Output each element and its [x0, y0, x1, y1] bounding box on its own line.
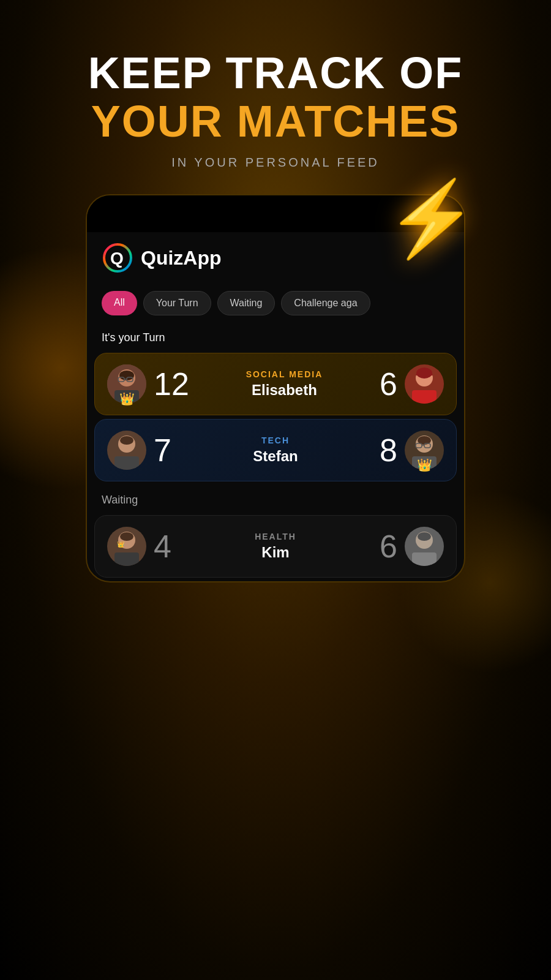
left-player-stefan: 7 — [107, 431, 171, 470]
match-card-elisabeth[interactable]: 👑 12 SOCIAL MEDIA Elisabeth — [94, 353, 457, 415]
app-name-text: QuizApp — [141, 247, 222, 270]
phone-inner: Q QuizApp All Your Turn Waiting — [87, 232, 464, 578]
match-card-kim[interactable]: 👑 4 HEALTH Kim — [94, 515, 457, 578]
tab-challenge-again[interactable]: Challenge aga — [281, 291, 370, 315]
left-player-section: 👑 12 — [107, 364, 189, 404]
match-card-stefan[interactable]: 7 TECH Stefan — [94, 419, 457, 481]
svg-rect-12 — [412, 390, 437, 404]
tab-all[interactable]: All — [102, 291, 137, 315]
my-avatar-wrapper: 👑 — [107, 364, 146, 404]
opponent-avatar-wrapper — [405, 364, 444, 404]
match-category-label: SOCIAL MEDIA — [194, 369, 375, 379]
opponent-score-kim: 6 — [380, 528, 397, 565]
match-center-kim: HEALTH Kim — [171, 532, 380, 561]
tab-waiting[interactable]: Waiting — [217, 291, 276, 315]
svg-point-19 — [120, 436, 133, 445]
opponent-stefan-wrapper: 👑 — [405, 431, 444, 470]
filter-tabs-container: All Your Turn Waiting Challenge aga — [87, 284, 464, 323]
headline-line2: YOUR MATCHES — [88, 97, 463, 146]
my-avatar-kim-wrapper: 👑 — [107, 527, 146, 566]
match-category-stefan: TECH — [176, 435, 375, 445]
match-opponent-stefan: Stefan — [176, 448, 375, 465]
svg-point-38 — [418, 532, 431, 541]
match-category-kim: HEALTH — [176, 532, 375, 541]
svg-rect-36 — [412, 552, 437, 566]
right-player-kim: 6 — [380, 527, 444, 566]
svg-point-32 — [120, 532, 133, 541]
my-avatar-stefan-wrapper — [107, 431, 146, 470]
waiting-section-label: Waiting — [87, 485, 464, 511]
my-score-stefan: 7 — [154, 432, 171, 469]
tab-your-turn[interactable]: Your Turn — [143, 291, 211, 315]
my-score-elisabeth: 12 — [154, 366, 189, 402]
my-avatar-kim: 👑 — [107, 527, 146, 566]
match-center-stefan: TECH Stefan — [171, 435, 380, 465]
header-section: KEEP TRACK OF YOUR MATCHES IN YOUR PERSO… — [88, 0, 463, 182]
match-opponent-name: Elisabeth — [194, 382, 375, 399]
match-opponent-kim: Kim — [176, 544, 375, 561]
lightning-icon: ⚡ — [386, 176, 478, 262]
subtitle: IN YOUR PERSONAL FEED — [88, 156, 463, 170]
opponent-kim-wrapper — [405, 527, 444, 566]
svg-rect-30 — [114, 552, 139, 566]
opponent-score-elisabeth: 6 — [380, 366, 397, 402]
match-center-elisabeth: SOCIAL MEDIA Elisabeth — [189, 369, 380, 399]
svg-text:Q: Q — [110, 249, 124, 268]
right-player-stefan: 👑 8 — [380, 431, 444, 470]
my-score-kim: 4 — [154, 528, 171, 565]
my-crown: 👑 — [119, 391, 135, 406]
opponent-score-stefan: 8 — [380, 432, 397, 469]
my-avatar-stefan — [107, 431, 146, 470]
your-turn-section-label: It's your Turn — [87, 323, 464, 349]
app-logo-icon: Q — [102, 242, 133, 274]
left-player-kim: 👑 4 — [107, 527, 171, 566]
svg-text:👑: 👑 — [117, 540, 125, 548]
phone-wrapper: ⚡ — [86, 194, 465, 582]
headline-line1: KEEP TRACK OF — [88, 49, 463, 97]
opponent-crown-stefan: 👑 — [417, 458, 432, 472]
svg-rect-17 — [114, 456, 139, 470]
opponent-avatar — [405, 364, 444, 404]
right-player-section: 6 — [380, 364, 444, 404]
opponent-kim-avatar — [405, 527, 444, 566]
